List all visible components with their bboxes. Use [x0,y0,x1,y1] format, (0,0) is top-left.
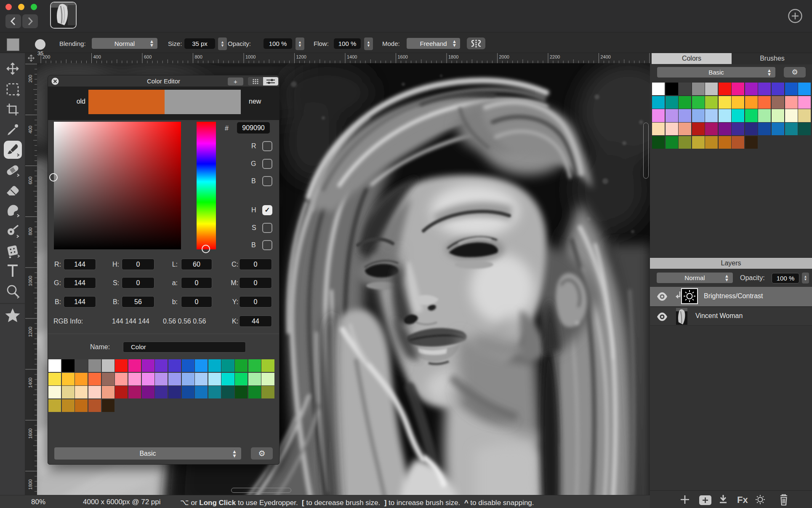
svg-text:800: 800 [195,54,202,59]
svg-text:2400: 2400 [601,54,611,59]
svg-text:1400: 1400 [28,377,33,388]
svg-text:800: 800 [28,227,33,235]
svg-text:400: 400 [93,54,101,59]
svg-text:1000: 1000 [245,54,256,59]
svg-text:1200: 1200 [296,54,306,59]
svg-text:2200: 2200 [550,54,560,59]
svg-text:1400: 1400 [347,54,357,59]
svg-text:600: 600 [28,176,33,184]
svg-text:Fx: Fx [737,495,748,505]
svg-text:200: 200 [28,75,33,83]
svg-text:400: 400 [28,126,33,133]
svg-text:1600: 1600 [398,54,408,59]
svg-text:1800: 1800 [28,479,33,489]
svg-text:1200: 1200 [28,327,33,337]
svg-text:1000: 1000 [28,276,33,286]
svg-text:2000: 2000 [499,54,509,59]
svg-text:600: 600 [144,54,152,59]
svg-text:1800: 1800 [448,54,458,59]
svg-text:1600: 1600 [28,428,33,438]
